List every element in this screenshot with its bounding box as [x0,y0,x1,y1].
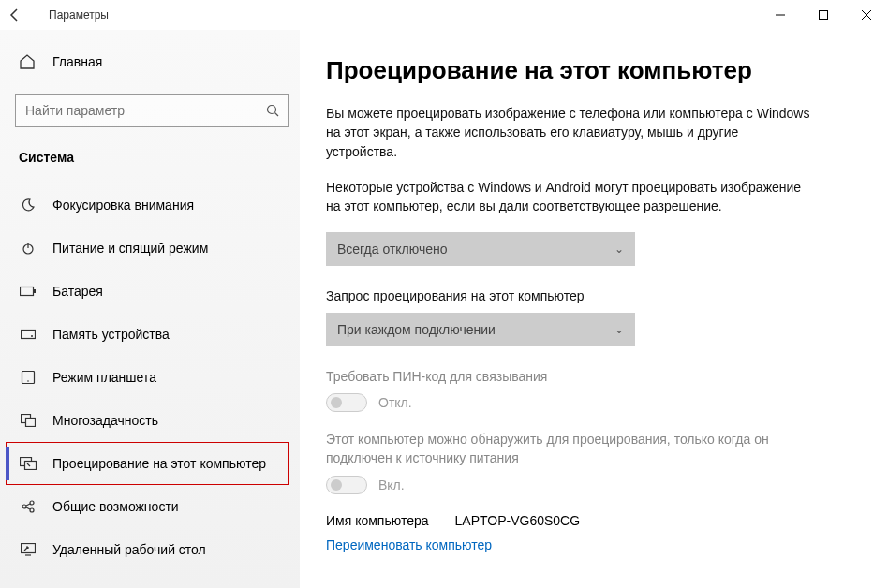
sidebar-item-projecting[interactable]: Проецирование на этот компьютер [6,442,289,485]
dropdown-value: При каждом подключении [337,322,496,337]
discover-toggle[interactable] [326,476,367,494]
svg-line-21 [26,504,30,506]
project-icon [19,457,37,470]
sidebar-item-multitask[interactable]: Многозадачность [11,399,300,442]
sidebar-item-label: Память устройства [52,327,170,342]
battery-icon [19,286,37,297]
search-icon [266,104,279,117]
sidebar-item-shared[interactable]: Общие возможности [11,485,300,528]
sidebar-home[interactable]: Главная [11,41,300,82]
svg-point-19 [30,501,34,505]
sidebar-item-label: Режим планшета [52,370,156,385]
sidebar-home-label: Главная [52,54,102,69]
back-button[interactable] [7,7,37,22]
rename-pc-link[interactable]: Переименовать компьютер [326,537,851,552]
pin-label: Требовать ПИН-код для связывания [326,369,851,384]
svg-point-20 [30,508,34,512]
chevron-down-icon: ⌄ [614,323,624,336]
sidebar-item-remote[interactable]: Удаленный рабочий стол [11,528,300,571]
sidebar-item-tablet[interactable]: Режим планшета [11,356,300,399]
minimize-button[interactable] [759,0,802,30]
maximize-button[interactable] [802,0,845,30]
sidebar: Главная Система Фокусировка внимания Пит… [0,30,300,588]
availability-dropdown[interactable]: Всегда отключено ⌄ [326,232,635,266]
sidebar-item-label: Общие возможности [52,499,179,514]
storage-icon [19,328,37,341]
discover-text: Этот компьютер можно обнаружить для прое… [326,431,813,467]
pin-toggle[interactable] [326,393,367,412]
sidebar-item-power[interactable]: Питание и спящий режим [11,227,300,270]
remote-icon [19,543,37,556]
power-icon [19,241,37,256]
multitask-icon [19,414,37,427]
svg-rect-17 [25,462,37,470]
ask-label: Запрос проецирования на этот компьютер [326,288,851,303]
sidebar-item-storage[interactable]: Память устройства [11,313,300,356]
svg-rect-9 [34,289,36,293]
sidebar-item-label: Многозадачность [52,413,158,428]
chevron-down-icon: ⌄ [614,243,624,256]
search-input[interactable] [15,94,289,127]
sidebar-item-label: Батарея [52,284,103,299]
svg-line-22 [26,507,30,509]
close-button[interactable] [845,0,888,30]
sidebar-item-focus[interactable]: Фокусировка внимания [11,184,300,227]
svg-rect-8 [21,287,34,296]
sidebar-item-label: Фокусировка внимания [52,198,194,213]
pin-toggle-state: Откл. [378,395,412,410]
description-1: Вы можете проецировать изображение с тел… [326,104,813,161]
tablet-icon [19,371,37,384]
svg-rect-1 [820,11,828,20]
sidebar-item-label: Питание и спящий режим [52,241,208,256]
sidebar-item-label: Удаленный рабочий стол [52,542,206,557]
svg-rect-10 [22,331,36,339]
sidebar-item-label: Проецирование на этот компьютер [52,456,266,471]
sidebar-nav: Фокусировка внимания Питание и спящий ре… [11,184,300,571]
window-title: Параметры [37,8,109,22]
page-heading: Проецирование на этот компьютер [326,56,851,85]
sidebar-category: Система [11,142,300,180]
shared-icon [19,499,37,514]
sidebar-item-battery[interactable]: Батарея [11,270,300,313]
discover-toggle-state: Вкл. [378,478,405,492]
search-box[interactable] [15,94,289,127]
svg-point-11 [31,335,33,337]
description-2: Некоторые устройства с Windows и Android… [326,178,813,216]
svg-point-4 [268,106,276,114]
home-icon [19,53,37,70]
pcname-value: LAPTOP-VG60S0CG [455,513,581,528]
moon-icon [19,198,37,213]
svg-line-5 [275,113,279,117]
titlebar: Параметры [0,0,888,30]
svg-point-18 [22,505,26,508]
ask-dropdown[interactable]: При каждом подключении ⌄ [326,313,635,346]
pcname-label: Имя компьютера [326,513,429,528]
dropdown-value: Всегда отключено [337,242,448,257]
main-content: Проецирование на этот компьютер Вы может… [300,30,888,588]
svg-point-13 [27,380,29,382]
svg-rect-15 [26,419,36,427]
